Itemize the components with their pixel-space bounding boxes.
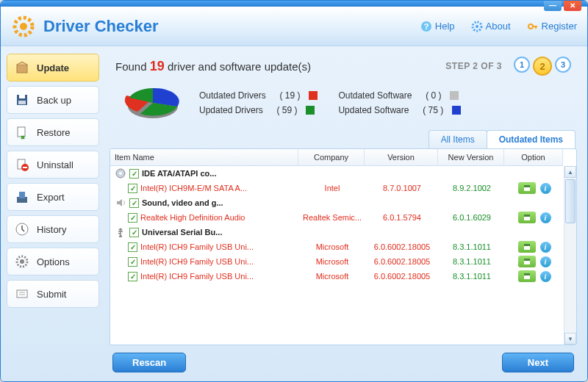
svg-rect-10 <box>18 101 26 104</box>
checkbox-icon[interactable]: ✓ <box>128 242 137 252</box>
col-option[interactable]: Option <box>504 149 563 165</box>
checkbox-icon[interactable]: ✓ <box>128 213 137 223</box>
sidebar-label: Uninstall <box>37 159 74 170</box>
driver-table: Item Name Company Version New Version Op… <box>110 148 577 345</box>
sidebar-item-export[interactable]: Export <box>7 183 99 211</box>
sidebar-label: Options <box>37 256 70 267</box>
group-row[interactable]: ✓Universal Serial Bu... <box>110 225 564 239</box>
register-label: Register <box>542 21 577 32</box>
svg-point-6 <box>528 24 533 29</box>
sidebar-label: Submit <box>37 289 66 300</box>
sidebar-item-update[interactable]: Update <box>7 54 99 82</box>
info-button[interactable]: i <box>540 256 551 267</box>
rescan-button[interactable]: Rescan <box>112 353 186 372</box>
svg-rect-7 <box>17 65 27 73</box>
close-button[interactable]: ✕ <box>564 0 581 11</box>
group-title: Universal Serial Bu... <box>142 228 222 237</box>
sidebar-item-options[interactable]: Options <box>7 248 99 275</box>
checkbox-icon[interactable]: ✓ <box>129 228 139 237</box>
svg-rect-26 <box>524 215 530 217</box>
col-version[interactable]: Version <box>365 149 438 165</box>
col-newversion[interactable]: New Version <box>438 149 504 165</box>
scroll-track[interactable] <box>564 178 576 333</box>
submit-icon <box>15 286 29 301</box>
checkbox-icon[interactable]: ✓ <box>128 272 137 281</box>
download-button[interactable] <box>518 270 536 282</box>
sidebar-label: Update <box>37 62 69 73</box>
driver-newversion: 8.3.1.1011 <box>439 242 505 251</box>
driver-newversion: 6.0.1.6029 <box>439 213 505 222</box>
options-icon <box>15 254 29 269</box>
table-row[interactable]: ✓Intel(R) ICH9 Family USB Uni...Microsof… <box>110 239 564 254</box>
legend: Outdated Drivers ( 19 ) Outdated Softwar… <box>199 90 461 115</box>
checkbox-icon[interactable]: ✓ <box>128 184 137 193</box>
driver-version: 8.7.0.1007 <box>365 184 439 192</box>
swatch-red <box>309 91 318 100</box>
tab-outdated-items[interactable]: Outdated Items <box>487 130 576 148</box>
driver-company: Realtek Semic... <box>299 213 365 222</box>
found-count: 19 <box>150 59 165 73</box>
driver-company: Microsoft <box>299 272 365 281</box>
app-window: — ✕ Driver Checker ? Help About Register <box>0 0 588 382</box>
header: Driver Checker ? Help About Register <box>1 7 587 46</box>
scroll-thumb[interactable] <box>565 179 576 223</box>
driver-name: Intel(R) ICH9M-E/M SATA A... <box>140 184 247 192</box>
svg-point-5 <box>476 25 478 28</box>
checkbox-icon[interactable]: ✓ <box>128 257 137 267</box>
download-button[interactable] <box>518 182 536 194</box>
register-link[interactable]: Register <box>527 21 577 32</box>
scroll-down-button[interactable]: ▼ <box>564 333 576 345</box>
found-text: Found 19 driver and software update(s) <box>115 59 311 74</box>
export-icon <box>15 190 29 204</box>
sidebar-item-restore[interactable]: Restore <box>7 118 99 146</box>
about-link[interactable]: About <box>471 21 511 32</box>
swatch-blue <box>452 106 461 115</box>
help-icon: ? <box>420 21 432 32</box>
download-button[interactable] <box>518 256 536 267</box>
checkbox-icon[interactable]: ✓ <box>129 198 139 208</box>
step-label: STEP 2 OF 3 <box>445 61 502 71</box>
speaker-icon <box>115 198 126 208</box>
svg-text:?: ? <box>423 22 429 31</box>
group-row[interactable]: ✓IDE ATA/ATAPI co... <box>110 166 564 181</box>
driver-version: 6.0.6002.18005 <box>365 272 439 281</box>
checkbox-icon[interactable]: ✓ <box>129 169 139 179</box>
scrollbar[interactable]: ▲ ▼ <box>564 166 576 345</box>
help-link[interactable]: ? Help <box>420 21 455 32</box>
table-row[interactable]: ✓Intel(R) ICH9 Family USB Uni...Microsof… <box>110 269 564 284</box>
restore-icon <box>15 125 29 140</box>
scroll-up-button[interactable]: ▲ <box>564 166 576 178</box>
key-icon <box>527 21 539 32</box>
tab-all-items[interactable]: All Items <box>429 130 487 148</box>
driver-company: Microsoft <box>299 242 365 251</box>
col-name[interactable]: Item Name <box>110 149 298 165</box>
group-title: IDE ATA/ATAPI co... <box>142 169 216 178</box>
sidebar-item-history[interactable]: History <box>7 215 99 243</box>
info-button[interactable]: i <box>540 242 551 253</box>
sidebar-item-submit[interactable]: Submit <box>7 280 99 308</box>
sidebar-item-backup[interactable]: Back up <box>7 86 99 114</box>
driver-name: Intel(R) ICH9 Family USB Uni... <box>140 242 254 251</box>
table-row[interactable]: ✓Intel(R) ICH9M-E/M SATA A...Intel8.7.0.… <box>110 181 564 195</box>
col-company[interactable]: Company <box>298 149 365 165</box>
download-button[interactable] <box>518 212 536 223</box>
info-button[interactable]: i <box>540 212 551 223</box>
main-panel: Found 19 driver and software update(s) S… <box>105 46 587 381</box>
driver-company: Microsoft <box>299 257 365 266</box>
info-button[interactable]: i <box>540 271 551 282</box>
group-row[interactable]: ✓Sound, video and g... <box>110 195 564 210</box>
table-row[interactable]: ✓Realtek High Definition AudioRealtek Se… <box>110 210 564 225</box>
driver-name: Realtek High Definition Audio <box>140 213 245 222</box>
sidebar-label: History <box>37 224 66 235</box>
svg-rect-24 <box>524 185 530 187</box>
next-button[interactable]: Next <box>502 353 574 372</box>
sidebar-item-uninstall[interactable]: Uninstall <box>7 151 99 179</box>
driver-newversion: 8.9.2.1002 <box>439 184 505 192</box>
table-row[interactable]: ✓Intel(R) ICH9 Family USB Uni...Microsof… <box>110 254 564 269</box>
minimize-button[interactable]: — <box>544 0 562 11</box>
driver-company: Intel <box>299 184 365 192</box>
download-button[interactable] <box>518 241 536 253</box>
info-button[interactable]: i <box>540 183 551 194</box>
step-indicator: 1 2 3 <box>514 57 571 76</box>
help-label: Help <box>435 21 455 32</box>
